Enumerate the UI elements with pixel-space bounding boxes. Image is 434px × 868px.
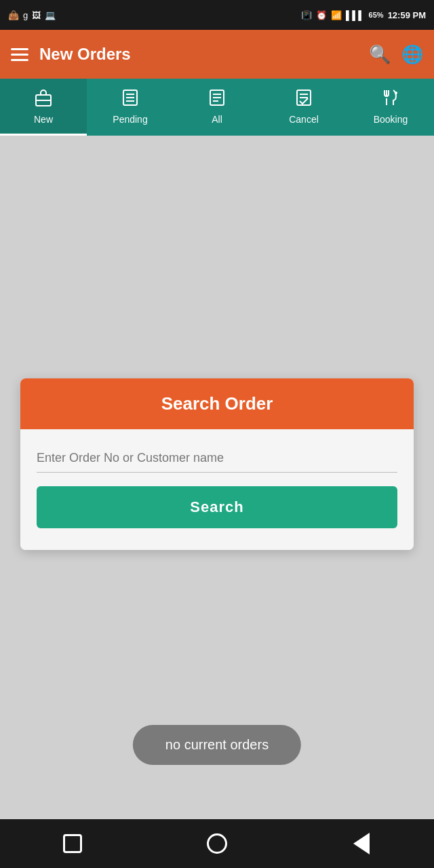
tab-pending-label: Pending (113, 114, 147, 125)
doc-check-icon (294, 88, 313, 110)
tab-new-label: New (34, 114, 53, 125)
nav-home-button[interactable] (197, 829, 237, 859)
tab-bar: New Pending All (0, 79, 434, 136)
tab-cancel-label: Cancel (289, 114, 319, 125)
list-icon (121, 88, 140, 110)
circle-icon (207, 833, 227, 854)
search-button[interactable]: Search (37, 486, 397, 528)
tab-all-label: All (212, 114, 222, 125)
nav-square-button[interactable] (52, 829, 93, 859)
search-card-body: Search (20, 429, 414, 550)
doc-icon (208, 88, 226, 110)
image-icon: 🖼 (32, 10, 41, 20)
search-input-wrap (37, 448, 397, 473)
no-orders-label: no current orders (165, 737, 269, 752)
hamburger-menu[interactable] (11, 48, 28, 61)
g-icon: g (23, 10, 28, 20)
page-title: New Orders (39, 45, 358, 64)
time-display: 12:59 PM (388, 10, 426, 20)
briefcase-icon (34, 88, 53, 110)
laptop-icon: 💻 (45, 10, 56, 20)
globe-icon[interactable]: 🌐 (401, 44, 423, 65)
search-card: Search Order Search (20, 378, 414, 550)
tab-pending[interactable]: Pending (87, 79, 174, 136)
status-bar: 👜 g 🖼 💻 📳 ⏰ 📶 ▌▌▌ 65% 12:59 PM (0, 0, 434, 30)
status-right-icons: 📳 ⏰ 📶 ▌▌▌ 65% 12:59 PM (301, 10, 426, 20)
bottom-nav (0, 819, 434, 868)
alarm-icon: ⏰ (316, 10, 327, 20)
tab-new[interactable]: New (0, 79, 87, 136)
signal-icon: ▌▌▌ (346, 10, 365, 20)
tab-booking[interactable]: Booking (347, 79, 434, 136)
no-orders-badge: no current orders (133, 725, 301, 765)
search-card-header: Search Order (20, 378, 414, 429)
square-icon (63, 834, 82, 853)
search-input[interactable] (37, 448, 397, 468)
app-bar: New Orders 🔍 🌐 (0, 30, 434, 79)
status-left-icons: 👜 g 🖼 💻 (8, 10, 56, 20)
nav-back-button[interactable] (341, 829, 382, 859)
battery-icon: 65% (369, 11, 384, 19)
tab-cancel[interactable]: Cancel (260, 79, 347, 136)
main-content: Search Order Search no current orders (0, 136, 434, 819)
vibrate-icon: 📳 (301, 10, 312, 20)
tab-all[interactable]: All (174, 79, 260, 136)
wifi-icon: 📶 (331, 10, 342, 20)
svg-point-15 (395, 92, 397, 94)
search-card-title: Search Order (161, 393, 273, 414)
fork-knife-icon (381, 88, 400, 110)
search-icon[interactable]: 🔍 (369, 44, 391, 65)
handbag-icon: 👜 (8, 10, 19, 20)
tab-booking-label: Booking (374, 114, 408, 125)
back-icon (353, 833, 370, 854)
